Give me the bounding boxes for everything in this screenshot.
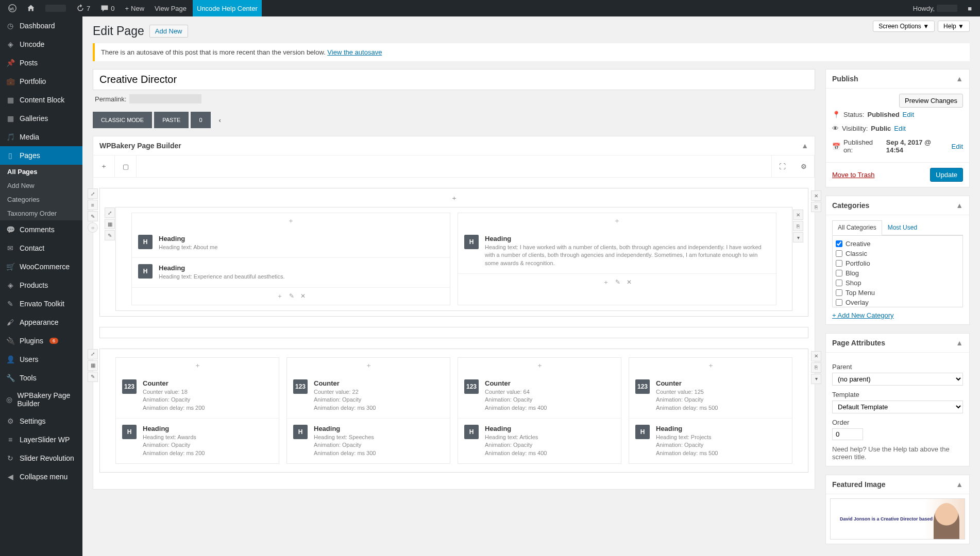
site-name[interactable] xyxy=(41,0,70,16)
vc-column[interactable]: ＋ H Heading Heading text: About me xyxy=(131,213,450,305)
panel-toggle[interactable]: ▲ xyxy=(801,142,808,150)
preview-changes-button[interactable]: Preview Changes xyxy=(899,94,963,108)
menu-contact[interactable]: ✉Contact xyxy=(0,239,82,257)
submenu-categories[interactable]: Categories xyxy=(0,193,82,206)
howdy[interactable]: Howdy, xyxy=(909,0,961,16)
row-delete-icon[interactable]: ✕ xyxy=(811,190,821,201)
add-category-link[interactable]: + Add New Category xyxy=(832,311,963,319)
metabox-toggle[interactable]: ▲ xyxy=(956,201,963,210)
vc-column[interactable]: ＋ 123 Counter Counter value: 125Animatio… xyxy=(629,357,792,464)
row-expand-icon[interactable]: ⤢ xyxy=(88,188,98,199)
permalink-value[interactable] xyxy=(129,94,201,103)
featured-image-thumb[interactable]: David Jonson is a Creative Director base… xyxy=(830,498,965,540)
menu-comments[interactable]: 💬Comments xyxy=(0,220,82,239)
vc-column[interactable]: ＋ 123 Counter Counter value: 22Animation… xyxy=(286,357,450,464)
category-checkbox[interactable] xyxy=(836,240,842,247)
category-item[interactable]: Creative xyxy=(836,239,959,249)
template-select[interactable]: Default Template xyxy=(832,401,963,413)
new-content[interactable]: + New xyxy=(121,0,148,16)
col-add-icon[interactable]: ＋ xyxy=(287,358,450,373)
order-input[interactable] xyxy=(832,428,863,440)
uncode-help[interactable]: Uncode Help Center xyxy=(193,0,262,16)
inner-expand-icon[interactable]: ⤢ xyxy=(105,207,115,218)
menu-layerslider[interactable]: ≡LayerSlider WP xyxy=(0,430,82,449)
tab-most-used[interactable]: Most Used xyxy=(882,220,923,235)
heading-element[interactable]: H Heading Heading text: Experience and b… xyxy=(132,258,450,287)
menu-users[interactable]: 👤Users xyxy=(0,350,82,369)
row-clone-icon[interactable]: ⎘ xyxy=(811,202,821,212)
edit-date-link[interactable]: Edit xyxy=(952,143,963,150)
menu-portfolio[interactable]: 💼Portfolio xyxy=(0,72,82,91)
menu-collapse[interactable]: ◀Collapse menu xyxy=(0,467,82,486)
counter-element[interactable]: 123 Counter Counter value: 64Animation: … xyxy=(458,373,621,419)
el-edit-icon[interactable]: ✎ xyxy=(615,279,620,286)
row-layout-icon[interactable]: ≡ xyxy=(88,200,98,210)
col-add-icon[interactable]: ＋ xyxy=(458,358,621,373)
update-button[interactable]: Update xyxy=(930,168,963,182)
avatar[interactable]: ■ xyxy=(964,0,976,16)
add-element-button[interactable]: ＋ xyxy=(93,155,115,177)
settings-gear-button[interactable]: ⚙ xyxy=(793,155,815,177)
comments-count[interactable]: 0 xyxy=(96,0,119,16)
menu-appearance[interactable]: 🖌Appearance xyxy=(0,313,82,332)
menu-tools[interactable]: 🔧Tools xyxy=(0,369,82,387)
category-checkbox[interactable] xyxy=(836,289,842,296)
inner-delete-icon[interactable]: ✕ xyxy=(793,210,803,220)
submenu-all-pages[interactable]: All Pages xyxy=(0,165,82,179)
menu-dashboard[interactable]: ◷Dashboard xyxy=(0,16,82,35)
heading-element[interactable]: H Heading Heading text: About me xyxy=(132,229,450,258)
row-layout-icon[interactable]: ▦ xyxy=(88,360,98,371)
counter-element[interactable]: 123 Counter Counter value: 125Animation:… xyxy=(629,373,792,419)
fullscreen-button[interactable]: ⛶ xyxy=(771,155,793,177)
paste-button[interactable]: PASTE xyxy=(154,112,189,128)
menu-plugins[interactable]: 🔌Plugins6 xyxy=(0,332,82,350)
el-del-icon[interactable]: ✕ xyxy=(300,292,306,300)
tab-all-categories[interactable]: All Categories xyxy=(832,220,882,235)
metabox-toggle[interactable]: ▲ xyxy=(956,75,963,83)
heading-element[interactable]: H Heading Heading text: AwardsAnimation:… xyxy=(116,419,279,463)
counter-element[interactable]: 123 Counter Counter value: 22Animation: … xyxy=(287,373,450,419)
col-add-icon[interactable]: ＋ xyxy=(458,213,776,229)
vc-row[interactable]: ⤢ ▦ ✎ ✕ ⎘ ▾ ＋ xyxy=(99,349,808,473)
inner-clone-icon[interactable]: ⎘ xyxy=(793,221,803,231)
counter-element[interactable]: 123 Counter Counter value: 18Animation: … xyxy=(116,373,279,419)
row-circle-icon[interactable]: ○ xyxy=(88,222,98,233)
parent-select[interactable]: (no parent) xyxy=(832,373,963,386)
menu-envato[interactable]: ✎Envato Toolkit xyxy=(0,294,82,313)
vc-column[interactable]: ＋ H Heading Heading text: I have worked … xyxy=(458,213,776,305)
el-add-icon[interactable]: ＋ xyxy=(603,279,609,286)
move-to-trash-link[interactable]: Move to Trash xyxy=(832,171,874,179)
category-item[interactable]: Top Menu xyxy=(836,288,959,298)
category-list[interactable]: CreativeClassicPortfolioBlogShopTop Menu… xyxy=(832,235,963,307)
home-icon[interactable] xyxy=(23,0,39,16)
inner-edit-icon[interactable]: ✎ xyxy=(105,230,115,240)
inner-layout-icon[interactable]: ▦ xyxy=(105,219,115,229)
col-add-icon[interactable]: ＋ xyxy=(116,358,279,373)
heading-element[interactable]: H Heading Heading text: I have worked wi… xyxy=(458,229,776,274)
category-item[interactable]: Overlay xyxy=(836,298,959,307)
category-item[interactable]: Shop xyxy=(836,278,959,288)
vc-row[interactable]: ⤢ ≡ ✎ ○ ✕ ⎘ ＋ ⤢ ▦ xyxy=(99,188,808,317)
row-edit-icon[interactable]: ✎ xyxy=(88,211,98,221)
menu-pages[interactable]: ▯Pages xyxy=(0,146,82,165)
category-item[interactable]: Classic xyxy=(836,249,959,258)
metabox-toggle[interactable]: ▲ xyxy=(956,339,963,347)
col-add-icon[interactable]: ＋ xyxy=(629,358,792,373)
menu-bakery[interactable]: ◎WPBakery Page Builder xyxy=(0,387,82,412)
row-delete-icon[interactable]: ✕ xyxy=(811,351,821,361)
menu-galleries[interactable]: ▦Galleries xyxy=(0,109,82,128)
metabox-toggle[interactable]: ▲ xyxy=(956,480,963,489)
add-new-button[interactable]: Add New xyxy=(149,25,188,38)
menu-media[interactable]: 🎵Media xyxy=(0,128,82,146)
submenu-taxonomy[interactable]: Taxonomy Order xyxy=(0,206,82,220)
vc-row-spacer[interactable] xyxy=(99,327,808,338)
heading-element[interactable]: H Heading Heading text: ArticlesAnimatio… xyxy=(458,419,621,463)
vc-column[interactable]: ＋ 123 Counter Counter value: 18Animation… xyxy=(115,357,279,464)
wp-logo[interactable] xyxy=(4,0,21,16)
inner-more-icon[interactable]: ▾ xyxy=(793,232,803,242)
menu-settings[interactable]: ⚙Settings xyxy=(0,412,82,430)
category-checkbox[interactable] xyxy=(836,270,842,276)
chevron-left-icon[interactable]: ‹ xyxy=(213,112,227,128)
help-button[interactable]: Help ▼ xyxy=(938,21,970,32)
category-checkbox[interactable] xyxy=(836,260,842,267)
